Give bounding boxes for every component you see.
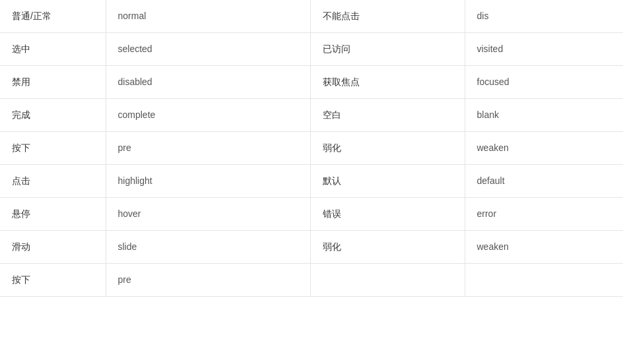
cell-r1-c1: selected bbox=[106, 33, 310, 66]
cell-r3-c3: blank bbox=[465, 99, 623, 132]
table-row: 禁用disabled获取焦点focused bbox=[0, 66, 623, 99]
cell-r0-c3: dis bbox=[465, 0, 623, 33]
cell-r4-c2: 弱化 bbox=[310, 132, 465, 165]
cell-r6-c1: hover bbox=[106, 198, 310, 231]
cell-r6-c3: error bbox=[465, 198, 623, 231]
cell-r5-c1: highlight bbox=[106, 165, 310, 198]
cell-r7-c2: 弱化 bbox=[310, 231, 465, 264]
cell-r7-c3: weaken bbox=[465, 231, 623, 264]
cell-r2-c2: 获取焦点 bbox=[310, 66, 465, 99]
cell-r7-c0: 滑动 bbox=[0, 231, 106, 264]
cell-r3-c2: 空白 bbox=[310, 99, 465, 132]
cell-r3-c0: 完成 bbox=[0, 99, 106, 132]
table-row: 按下pre弱化weaken bbox=[0, 132, 623, 165]
cell-r2-c1: disabled bbox=[106, 66, 310, 99]
cell-r6-c0: 悬停 bbox=[0, 198, 106, 231]
table-row: 按下pre bbox=[0, 264, 623, 297]
table-row: 点击highlight默认default bbox=[0, 165, 623, 198]
cell-r2-c0: 禁用 bbox=[0, 66, 106, 99]
table-row: 完成complete空白blank bbox=[0, 99, 623, 132]
cell-r2-c3: focused bbox=[465, 66, 623, 99]
cell-r4-c1: pre bbox=[106, 132, 310, 165]
cell-r5-c0: 点击 bbox=[0, 165, 106, 198]
state-table: 普通/正常normal不能点击dis选中selected已访问visited禁用… bbox=[0, 0, 623, 297]
cell-r4-c3: weaken bbox=[465, 132, 623, 165]
table-row: 滑动slide弱化weaken bbox=[0, 231, 623, 264]
cell-r0-c2: 不能点击 bbox=[310, 0, 465, 33]
cell-r8-c0: 按下 bbox=[0, 264, 106, 297]
cell-r4-c0: 按下 bbox=[0, 132, 106, 165]
table-row: 普通/正常normal不能点击dis bbox=[0, 0, 623, 33]
cell-r1-c3: visited bbox=[465, 33, 623, 66]
cell-r8-c1: pre bbox=[106, 264, 310, 297]
cell-r6-c2: 错误 bbox=[310, 198, 465, 231]
cell-r0-c1: normal bbox=[106, 0, 310, 33]
cell-r7-c1: slide bbox=[106, 231, 310, 264]
cell-r0-c0: 普通/正常 bbox=[0, 0, 106, 33]
table-row: 选中selected已访问visited bbox=[0, 33, 623, 66]
cell-r1-c2: 已访问 bbox=[310, 33, 465, 66]
cell-r3-c1: complete bbox=[106, 99, 310, 132]
table-row: 悬停hover错误error bbox=[0, 198, 623, 231]
cell-r5-c2: 默认 bbox=[310, 165, 465, 198]
cell-r8-c2 bbox=[310, 264, 465, 297]
cell-r1-c0: 选中 bbox=[0, 33, 106, 66]
table-container: 普通/正常normal不能点击dis选中selected已访问visited禁用… bbox=[0, 0, 623, 364]
cell-r8-c3 bbox=[465, 264, 623, 297]
cell-r5-c3: default bbox=[465, 165, 623, 198]
